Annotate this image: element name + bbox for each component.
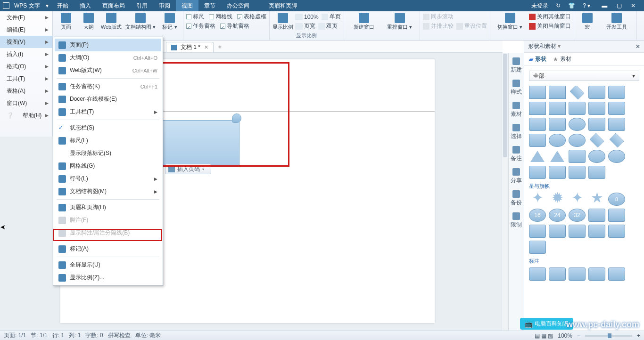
close-others[interactable]: 关闭其他窗口 xyxy=(529,13,571,21)
submenu-web[interactable]: Web版式(W)Ctrl+Alt+W xyxy=(55,64,161,77)
submenu-taskpane[interactable]: 任务窗格(K)Ctrl+F1 xyxy=(55,80,161,93)
shape-triangle2[interactable] xyxy=(549,150,566,163)
minimize-button[interactable]: ▬ xyxy=(598,0,611,11)
zoom-ratio-button[interactable]: 显示比例 xyxy=(272,13,293,31)
tools-menu[interactable]: 工具(T)▶ xyxy=(0,73,52,85)
shape-circle4[interactable] xyxy=(608,150,625,163)
view-docmap-button[interactable]: 文档结构图 ▾ xyxy=(124,13,157,31)
shape-seal16[interactable]: 16 xyxy=(529,209,546,222)
shape-circle2[interactable] xyxy=(549,134,566,147)
shape-wave2[interactable] xyxy=(608,225,625,238)
status-unit[interactable]: 单位: 毫米 xyxy=(135,332,161,340)
submenu-ruler[interactable]: 标尺(L) xyxy=(55,134,161,147)
vertical-scrollbar[interactable] xyxy=(502,53,508,331)
view-page-button[interactable]: 页面 xyxy=(56,13,76,31)
table-menu[interactable]: 表格(A)▶ xyxy=(0,85,52,97)
shape-diamond[interactable] xyxy=(570,86,585,100)
view-outline-button[interactable]: 大纲 xyxy=(78,13,99,31)
skin-icon[interactable]: 👕 xyxy=(566,0,577,11)
rail-restrict[interactable]: 限制 xyxy=(509,210,523,231)
check-ruler[interactable]: 标尺 xyxy=(186,13,204,21)
shape-seal8[interactable]: 8 xyxy=(608,193,625,206)
view-marks-button[interactable]: 标记 ▾ xyxy=(159,13,180,31)
help-menu[interactable]: ❔ 帮助(H)▶ xyxy=(0,109,52,121)
submenu-statusbar[interactable]: ✓状态栏(S) xyxy=(55,121,161,134)
rail-backup[interactable]: 备份 xyxy=(509,188,523,209)
doc-tab-1[interactable]: 文档 1 * ✕ xyxy=(166,42,214,52)
shape-scroll1[interactable] xyxy=(529,225,546,238)
shape-triangle[interactable] xyxy=(529,150,546,163)
check-taskpane[interactable]: 任务窗格 xyxy=(186,22,215,30)
rail-material[interactable]: 素材 xyxy=(509,100,523,120)
help-icon[interactable]: ? ▾ xyxy=(581,0,592,11)
shape-parallelogram[interactable] xyxy=(588,86,605,99)
doc-tab-close[interactable]: ✕ xyxy=(204,44,208,50)
shape-trap[interactable] xyxy=(529,118,546,131)
view-web-button[interactable]: Web版式 xyxy=(101,13,122,31)
shape-callout5[interactable] xyxy=(608,267,625,281)
shape-circle[interactable] xyxy=(569,118,586,131)
macro-button[interactable]: 宏 xyxy=(577,13,598,31)
rail-new[interactable]: 新建 xyxy=(509,56,523,76)
menu-chapter[interactable]: 章节 xyxy=(198,0,221,11)
menu-review[interactable]: 审阅 xyxy=(153,0,176,11)
menu-insert[interactable]: 插入 xyxy=(74,0,97,11)
shape-roundrect[interactable] xyxy=(608,86,625,99)
file-menu[interactable]: 文件(F)▶ xyxy=(0,11,52,24)
menu-view[interactable]: 视图 xyxy=(176,0,198,11)
login-status[interactable]: 未登录 xyxy=(529,0,550,12)
shape-wave3[interactable] xyxy=(529,241,546,254)
close-button[interactable]: ✕ xyxy=(627,0,639,11)
app-menu-dropdown[interactable]: ▾ xyxy=(43,2,51,9)
shape-category-select[interactable]: 全部▾ xyxy=(529,71,639,81)
shape-callout3[interactable] xyxy=(569,267,586,281)
maximize-button[interactable]: ▢ xyxy=(613,0,626,11)
shape-cyl2[interactable] xyxy=(608,118,625,131)
shape-ribbon[interactable] xyxy=(588,209,605,222)
status-section[interactable]: 节: 1/1 xyxy=(31,332,47,340)
close-current[interactable]: 关闭当前窗口 xyxy=(529,22,571,30)
devtools-button[interactable]: 开发工具 xyxy=(600,13,634,31)
zoom-single[interactable]: 单页 xyxy=(322,13,341,21)
tab-materials[interactable]: ★素材 xyxy=(553,55,571,63)
submenu-lineno[interactable]: 行号(L)▶ xyxy=(55,172,161,185)
shape-circle3[interactable] xyxy=(588,150,605,163)
zoom-in[interactable]: + xyxy=(637,332,640,339)
menu-layout[interactable]: 页面布局 xyxy=(97,0,131,11)
context-header-footer[interactable]: 页眉和页脚 xyxy=(262,0,303,11)
rail-note[interactable]: 备注 xyxy=(509,144,523,164)
zoom-out[interactable]: − xyxy=(577,332,580,339)
shape-ribbon2[interactable] xyxy=(608,209,625,222)
shape-seal32[interactable]: 32 xyxy=(569,209,586,222)
zoom-double[interactable]: 双页 xyxy=(318,22,338,30)
view-menu[interactable]: 视图(V)▶ xyxy=(0,36,52,48)
submenu-toolbar[interactable]: 工具栏(T)▶ xyxy=(55,105,161,118)
status-page[interactable]: 页面: 1/1 xyxy=(4,332,26,340)
shape-can[interactable] xyxy=(529,166,546,179)
submenu-zoom[interactable]: 显示比例(Z)... xyxy=(55,271,161,284)
shape-rect2[interactable] xyxy=(549,86,566,99)
shape-seal24[interactable]: 24 xyxy=(549,209,566,222)
menu-start[interactable]: 开始 xyxy=(51,0,74,11)
zoom-pagewidth[interactable]: 页宽 xyxy=(295,22,315,30)
shape-callout4[interactable] xyxy=(588,267,605,281)
new-tab-button[interactable]: + xyxy=(214,42,226,52)
tab-shapes[interactable]: ▰形状 xyxy=(529,55,546,63)
arrange-window-button[interactable]: 重排窗口 ▾ xyxy=(383,13,417,31)
insert-page-number-button[interactable]: 插入页码 ▾ xyxy=(165,164,211,174)
view-mode-icons[interactable]: ▤ ▦ ▧ xyxy=(535,332,553,339)
shape-trap2[interactable] xyxy=(549,118,566,131)
shape-scroll2[interactable] xyxy=(549,225,566,238)
submenu-paramarks[interactable]: 显示段落标记(S) xyxy=(55,147,161,160)
zoom-value[interactable]: 100% xyxy=(558,332,572,339)
shape-hex2[interactable] xyxy=(588,102,605,115)
rail-select[interactable]: 选择 xyxy=(509,122,523,142)
shape-star5[interactable]: ✹ xyxy=(549,193,566,206)
panel-close[interactable]: ✕ xyxy=(636,43,640,50)
new-window-button[interactable]: 新建窗口 xyxy=(347,13,381,31)
shape-donut[interactable] xyxy=(569,134,586,147)
submenu-gridlines[interactable]: 网格线(G) xyxy=(55,160,161,172)
shape-scroll3[interactable] xyxy=(569,225,586,238)
status-words[interactable]: 字数: 0 xyxy=(85,332,103,340)
shape-rect[interactable] xyxy=(529,86,546,99)
